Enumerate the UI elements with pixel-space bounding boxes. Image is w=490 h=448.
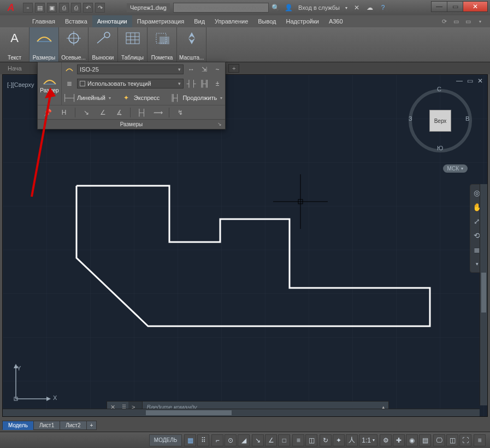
sb-annomon-icon[interactable]: ✚ [393, 434, 405, 446]
cloud-icon[interactable]: ☁ [366, 4, 374, 11]
scrollbar-horizontal[interactable] [3, 409, 480, 416]
dim-continue-icon[interactable]: ╟┤ [169, 92, 180, 103]
dimstyle-select[interactable]: ISO-25▾ [77, 64, 184, 74]
tab-home[interactable]: Главная [27, 15, 60, 27]
dim-continue-dropdown[interactable]: ▾ [220, 96, 222, 101]
ribbon-panel-scale[interactable]: Масшта... [177, 27, 206, 62]
qat-redo-icon[interactable]: ↷ [95, 3, 105, 13]
search-input[interactable] [173, 3, 269, 13]
tab-view[interactable]: Вид [189, 15, 210, 27]
dimension-tool-icon[interactable] [42, 75, 57, 87]
tab-insert[interactable]: Вставка [60, 15, 92, 27]
exchange-icon[interactable]: ✕ [353, 4, 361, 11]
dim-break-icon[interactable]: ┤├ [186, 78, 197, 89]
dim-quick-icon[interactable]: ✦ [121, 92, 132, 103]
sb-annoscale-icon[interactable]: ✦ [333, 434, 345, 446]
minimize-button[interactable]: — [431, 1, 447, 12]
sb-snap-icon[interactable]: ⠿ [197, 434, 209, 446]
layer-stack-icon[interactable]: ≣ [64, 78, 75, 89]
sb-osnap-icon[interactable]: ↘ [252, 434, 264, 446]
dim-tool2-icon[interactable]: ⇲ [199, 64, 210, 75]
dim-continue-label[interactable]: Продолжить [182, 95, 217, 101]
tab-manage[interactable]: Управление [210, 15, 253, 27]
start-tab-label[interactable]: Нача [8, 65, 22, 72]
tab-annotate[interactable]: Аннотации [92, 15, 132, 27]
viewcube-east[interactable]: В [465, 115, 469, 122]
tab-layout2[interactable]: Лист2 [60, 421, 86, 430]
ribbon-min1-icon[interactable]: ▭ [452, 17, 461, 26]
dim-tool1-icon[interactable]: ↔ [186, 64, 197, 75]
tab-parametric[interactable]: Параметризация [132, 15, 189, 27]
dim-align-icon[interactable]: ↘ [81, 107, 92, 118]
sb-isolate-icon[interactable]: ◫ [446, 434, 458, 446]
sb-workspace-icon[interactable]: ⚙ [380, 434, 392, 446]
sb-polar-icon[interactable]: ⊙ [225, 434, 237, 446]
dim-update-icon[interactable]: ├┤ [136, 107, 147, 118]
ribbon-panel-dimensions[interactable]: Размеры [29, 27, 59, 62]
qat-save-icon[interactable]: ▣ [47, 3, 57, 13]
infocenter-icon[interactable]: 🔍 [272, 4, 280, 11]
sb-qprops-icon[interactable]: ▤ [419, 434, 431, 446]
sb-otrack-icon[interactable]: ∠ [265, 434, 277, 446]
qat-print-icon[interactable]: ⎙ [71, 3, 81, 13]
dim-angle2-icon[interactable]: ∡ [114, 107, 125, 118]
dim-oblique-icon[interactable]: H [58, 107, 69, 118]
sb-customize-icon[interactable]: ≡ [474, 434, 486, 446]
ucs-badge[interactable]: МСК▾ [443, 164, 468, 173]
ribbon-panel-centerlines[interactable]: Осевые... [59, 27, 88, 62]
dim-angle1-icon[interactable]: ∠ [97, 107, 108, 118]
ribbon-panel-leaders[interactable]: Выноски [88, 27, 118, 62]
qat-new-icon[interactable]: ▫ [23, 3, 33, 13]
dim-linear-dropdown[interactable]: ▾ [109, 96, 111, 101]
close-button[interactable]: ✕ [463, 1, 488, 12]
sb-model-button[interactable]: МОДЕЛЬ [149, 434, 182, 446]
qat-undo-icon[interactable]: ↶ [83, 3, 93, 13]
sb-grid-icon[interactable]: ▦ [184, 434, 196, 446]
tab-output[interactable]: Вывод [253, 15, 281, 27]
dim-quick-label[interactable]: Экспресс [134, 95, 160, 101]
scrollbar-vertical[interactable] [480, 184, 487, 405]
add-filetab-button[interactable]: + [228, 64, 239, 73]
ribbon-panel-tables[interactable]: Таблицы [118, 27, 147, 62]
sb-clean-icon[interactable]: ⛶ [459, 434, 471, 446]
dim-override-icon[interactable]: ↯ [175, 107, 186, 118]
user-icon[interactable]: 👤 [285, 4, 293, 11]
ribbon-dropdown-icon[interactable]: ▾ [476, 17, 485, 26]
viewcube-north[interactable]: С [437, 86, 441, 92]
dim-reassoc-icon[interactable]: ⟿ [152, 107, 163, 118]
dimstyle-icon[interactable] [64, 64, 75, 75]
qat-saveas-icon[interactable]: ⎙ [59, 3, 69, 13]
dim-linear-icon[interactable]: ├─┤ [64, 92, 75, 103]
tab-layout1[interactable]: Лист1 [33, 421, 60, 430]
sb-ortho-icon[interactable]: ⌐ [211, 434, 223, 446]
ribbon-min2-icon[interactable]: ▭ [464, 17, 473, 26]
ribbon-panel-markup[interactable]: Пометка [147, 27, 177, 62]
dim-tolerance-icon[interactable]: ± [212, 78, 223, 89]
sb-iso-icon[interactable]: ◢ [238, 434, 250, 446]
ribbon-cycle-icon[interactable]: ⟳ [440, 17, 448, 26]
app-logo[interactable]: A [3, 2, 19, 14]
sb-osnap2d-icon[interactable]: □ [278, 434, 290, 446]
sb-scale-button[interactable]: 1:1▾ [359, 434, 377, 446]
pin-icon[interactable]: 📌 [42, 107, 53, 118]
viewcube[interactable]: Верх С Ю В З [408, 88, 473, 154]
sb-units-icon[interactable]: ◉ [406, 434, 418, 446]
signin-link[interactable]: Вход в службы [298, 4, 340, 11]
dim-space-icon[interactable]: ╟╢ [199, 78, 210, 89]
ribbon-panel-text[interactable]: A Текст [0, 27, 29, 62]
sb-cycling-icon[interactable]: ↻ [320, 434, 332, 446]
tab-model[interactable]: Модель [2, 421, 34, 430]
dim-linear-label[interactable]: Линейный [77, 95, 105, 101]
panel-launcher-icon[interactable]: ↘ [217, 121, 222, 127]
viewcube-face-top[interactable]: Верх [429, 110, 451, 132]
tab-addins[interactable]: Надстройки [281, 15, 324, 27]
help-icon[interactable]: ? [379, 4, 387, 11]
dim-layer-select[interactable]: Использовать текущий▾ [77, 79, 184, 89]
maximize-button[interactable]: ▭ [447, 1, 463, 12]
viewcube-south[interactable]: Ю [437, 145, 443, 151]
sb-annoviz-icon[interactable]: 人 [346, 434, 358, 446]
tab-add-layout[interactable]: + [86, 421, 97, 430]
sb-lineweight-icon[interactable]: ≡ [292, 434, 304, 446]
qat-open-icon[interactable]: ▤ [35, 3, 45, 13]
sb-transparency-icon[interactable]: ◫ [305, 434, 317, 446]
